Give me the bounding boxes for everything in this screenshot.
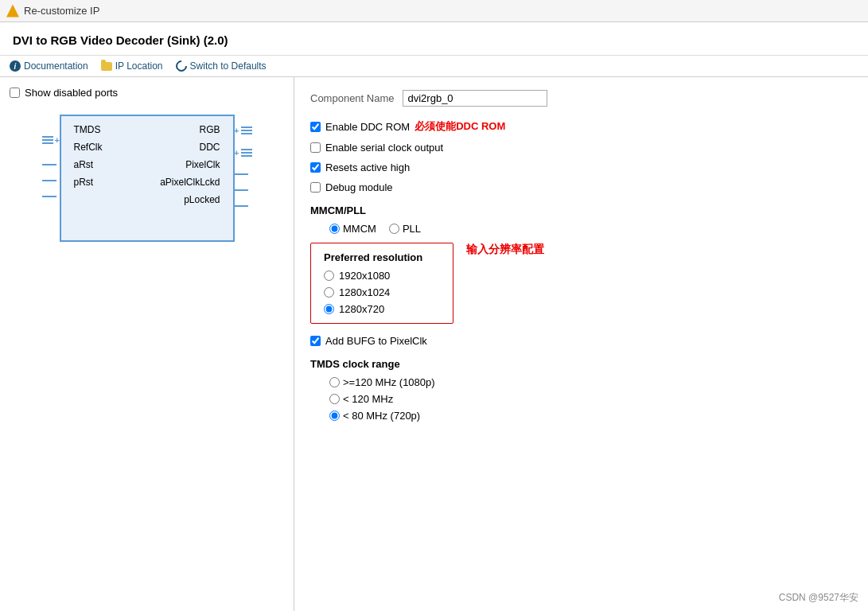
enable-serial-clock-checkbox[interactable] (310, 142, 321, 153)
documentation-button[interactable]: i Documentation (10, 60, 88, 72)
res-1920-row: 1920x1080 (324, 270, 440, 282)
port-rgb: RGB (199, 124, 220, 135)
resolution-box: Preferred resolution 1920x1080 1280x1024… (310, 243, 453, 324)
resolution-section: Preferred resolution 1920x1080 1280x1024… (310, 243, 852, 335)
resets-active-high-checkbox[interactable] (310, 162, 321, 173)
title-bar: Re-customize IP (0, 0, 868, 22)
mmcm-label: MMCM (343, 223, 376, 235)
tmds-1080p-row: >=120 MHz (1080p) (329, 376, 852, 388)
tmds-120-row: < 120 MHz (329, 393, 852, 405)
info-icon: i (10, 60, 21, 72)
port-plocked: pLocked (184, 194, 220, 205)
resolution-box-title: Preferred resolution (324, 251, 440, 263)
component-name-input[interactable] (403, 90, 547, 107)
tmds-clock-header: TMDS clock range (310, 358, 852, 370)
res-1280-1024-radio[interactable] (324, 287, 334, 298)
tmds-80-radio[interactable] (329, 411, 340, 421)
mmcm-option: MMCM (329, 223, 376, 235)
res-1920-label: 1920x1080 (339, 270, 390, 282)
tmds-1080p-label: >=120 MHz (1080p) (343, 376, 435, 388)
toolbar: i Documentation IP Location Switch to De… (0, 56, 868, 77)
add-bufg-label: Add BUFG to PixelClk (325, 335, 427, 347)
debug-module-row: Debug module (310, 181, 852, 193)
add-bufg-checkbox[interactable] (310, 336, 321, 346)
block-diagram: + TMDS RefClk aRst (10, 115, 284, 242)
ip-block: TMDS RefClk aRst pRst RGB DDC PixelClk a… (60, 115, 235, 242)
enable-ddc-rom-label: Enable DDC ROM (325, 121, 410, 133)
tmds-120-radio[interactable] (329, 394, 340, 404)
component-name-row: Component Name (310, 90, 852, 107)
title-bar-text: Re-customize IP (24, 5, 99, 17)
main-title: DVI to RGB Video Decoder (Sink) (2.0) (0, 22, 868, 56)
mmcm-radio[interactable] (329, 224, 340, 234)
ddc-rom-note: 必须使能DDC ROM (415, 119, 505, 134)
port-arst: aRst (74, 159, 94, 170)
show-disabled-ports-label: Show disabled ports (25, 87, 118, 99)
show-disabled-ports-checkbox[interactable] (10, 88, 20, 98)
tmds-1080p-radio[interactable] (329, 377, 340, 387)
pll-option: PLL (389, 223, 421, 235)
resets-active-high-row: Resets active high (310, 162, 852, 173)
mmcm-pll-group: MMCM PLL (329, 223, 852, 235)
enable-ddc-rom-row: Enable DDC ROM 必须使能DDC ROM (310, 119, 852, 134)
ip-location-button[interactable]: IP Location (101, 60, 163, 72)
res-1280-720-label: 1280x720 (339, 303, 384, 315)
res-1280-1024-row: 1280x1024 (324, 286, 440, 298)
res-1280-720-row: 1280x720 (324, 303, 440, 315)
resolution-options: 1920x1080 1280x1024 1280x720 (324, 270, 440, 315)
enable-serial-clock-row: Enable serial clock output (310, 142, 852, 154)
res-1920-radio[interactable] (324, 270, 334, 281)
tmds-80-row: < 80 MHz (720p) (329, 410, 852, 422)
right-panel: Component Name Enable DDC ROM 必须使能DDC RO… (294, 77, 868, 611)
add-bufg-row: Add BUFG to PixelClk (310, 335, 852, 347)
left-ports: TMDS RefClk aRst pRst (74, 124, 103, 205)
left-panel: Show disabled ports + (0, 77, 294, 611)
right-ports: RGB DDC PixelClk aPixelClkLckd pLocked (160, 124, 220, 205)
port-refclk: RefClk (74, 142, 103, 153)
pll-label: PLL (403, 223, 421, 235)
app-icon (6, 5, 19, 18)
switch-to-defaults-button[interactable]: Switch to Defaults (176, 60, 267, 72)
port-apixelclklckd: aPixelClkLckd (160, 177, 220, 188)
debug-module-label: Debug module (325, 181, 393, 193)
resets-active-high-label: Resets active high (325, 162, 410, 173)
enable-ddc-rom-checkbox[interactable] (310, 122, 321, 132)
tmds-options: >=120 MHz (1080p) < 120 MHz < 80 MHz (72… (329, 376, 852, 422)
component-name-label: Component Name (310, 92, 395, 104)
resolution-annotation: 输入分辨率配置 (466, 243, 544, 257)
pll-radio[interactable] (389, 224, 399, 234)
port-pixelclk: PixelClk (185, 159, 220, 170)
res-1280-720-radio[interactable] (324, 304, 334, 314)
show-disabled-ports-row: Show disabled ports (10, 87, 284, 99)
tmds-120-label: < 120 MHz (343, 393, 393, 405)
enable-serial-clock-label: Enable serial clock output (325, 142, 443, 154)
port-tmds: TMDS (74, 124, 101, 135)
folder-icon (101, 62, 112, 71)
refresh-icon (173, 58, 189, 74)
debug-module-checkbox[interactable] (310, 182, 321, 193)
port-ddc: DDC (200, 142, 220, 153)
watermark: CSDN @9527华安 (779, 591, 858, 605)
tmds-80-label: < 80 MHz (720p) (343, 410, 420, 422)
content-area: Show disabled ports + (0, 77, 868, 611)
res-1280-1024-label: 1280x1024 (339, 286, 390, 298)
mmcm-pll-header: MMCM/PLL (310, 204, 852, 216)
port-prst: pRst (74, 177, 94, 188)
